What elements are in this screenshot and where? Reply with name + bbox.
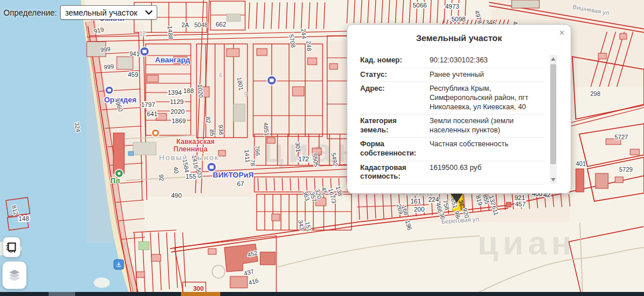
map-label: 5729 <box>619 166 633 173</box>
map-label: 82 <box>205 116 212 124</box>
popup-scrollbar[interactable] <box>550 55 557 184</box>
map-label: 92 <box>158 174 165 182</box>
map-label: 1797 <box>141 101 155 108</box>
popup-row-value: Земли поселений (земли населенных пункто… <box>430 117 544 135</box>
scroll-down-arrow-icon[interactable] <box>551 178 556 182</box>
scroll-up-arrow-icon[interactable] <box>551 57 556 61</box>
map-label: 1488 <box>166 25 175 39</box>
sandbar <box>94 278 110 288</box>
popup-row: Уточненная площадь:830 кв.м <box>360 184 544 187</box>
map-label: 244 <box>300 28 308 39</box>
map-label: 641 <box>147 110 157 117</box>
cafe-poi-icon[interactable] <box>151 129 160 137</box>
definition-label: Определение: <box>3 8 57 17</box>
popup-row-label: Статус: <box>360 71 430 80</box>
popup-row-value: 1619500.63 руб <box>430 164 544 182</box>
map-label: 67 <box>237 180 244 187</box>
cadastral-map-viewer: Эмили91999999994145912АвангардОрхидея496… <box>0 0 644 296</box>
close-icon[interactable]: × <box>559 28 565 38</box>
popup-row-value: 830 кв.м <box>430 187 544 187</box>
map-label: Пленница <box>173 145 208 153</box>
map-label: 4973 <box>445 3 459 10</box>
map-label: 200 <box>414 206 424 213</box>
map-label: 5727 <box>615 134 628 140</box>
map-label: 6 <box>219 72 223 79</box>
bottom-bar-segment-orange <box>181 292 220 296</box>
parcel-info-popup: Земельный участок × Кад. номер:90:12:030… <box>347 24 571 194</box>
popup-row-value: Республика Крым, Симферопольский район, … <box>430 84 544 112</box>
map-label: 1129 <box>170 98 184 105</box>
popup-row-label: Кад. номер: <box>360 56 430 65</box>
map-label: 938 <box>217 124 225 135</box>
bottom-bar-segment <box>49 292 75 296</box>
map-label: 155 <box>186 173 196 180</box>
popup-row: Адрес:Республика Крым, Симферопольский р… <box>360 82 544 114</box>
popup-row-value: Ранее учтенный <box>430 71 544 80</box>
anchor-icon[interactable]: ⚓ <box>114 260 124 269</box>
map-label: 2A <box>182 21 189 28</box>
store-poi-icon[interactable] <box>140 47 149 56</box>
layers-icon <box>6 267 23 283</box>
svg-text:⚓: ⚓ <box>116 261 122 269</box>
map-label: 5048 <box>194 21 208 28</box>
popup-row-label: Кадастровая стоимость: <box>360 164 430 182</box>
map-label: 298 <box>590 90 601 97</box>
ruler-icon <box>6 242 17 253</box>
map-label: 999 <box>100 45 111 53</box>
popup-row-value: Частная собственность <box>430 140 544 158</box>
map-label: 78 <box>249 159 257 166</box>
definition-select[interactable]: земельный участок <box>60 5 157 20</box>
measure-button[interactable] <box>3 237 20 257</box>
map-label: 1394 <box>168 89 182 96</box>
park-poi-icon[interactable] <box>115 169 123 177</box>
map-label: 300 <box>193 285 203 292</box>
popup-row-value: 90:12:030102:363 <box>430 56 544 65</box>
map-label: 1020 <box>197 84 205 98</box>
map-label: 188 <box>183 87 194 94</box>
map-label: 40 <box>172 166 180 174</box>
popup-row: Форма собственности:Частная собственност… <box>360 138 544 161</box>
popup-rows: Кад. номер:90:12:030102:363Статус:Ранее … <box>360 54 544 187</box>
map-label: Пл <box>110 177 120 185</box>
map-label: циан <box>478 224 576 261</box>
store-poi-icon[interactable] <box>267 76 276 85</box>
map-label: 5066 <box>413 2 427 9</box>
map-label: 9 <box>244 91 247 98</box>
map-label: 248 <box>305 40 313 51</box>
store-poi-icon[interactable] <box>105 86 113 94</box>
map-label: Авангард <box>155 56 191 64</box>
popup-title: Земельный участок <box>347 33 571 43</box>
popup-row: Кад. номер:90:12:030102:363 <box>360 54 544 68</box>
map-label: 766 <box>254 145 261 156</box>
map-label: 5098 <box>451 16 465 23</box>
map-label: 148 <box>18 215 29 222</box>
map-label: 161 <box>410 198 421 205</box>
scrollbar-thumb[interactable] <box>550 64 556 164</box>
map-label: 12 <box>139 31 146 37</box>
definition-select-value: земельный участок <box>65 8 137 17</box>
store-poi-icon[interactable] <box>207 162 216 172</box>
popup-row: Категория земель:Земли поселений (земли … <box>360 114 544 138</box>
map-label: 2020 <box>171 108 184 115</box>
map-label: 457 <box>515 201 525 208</box>
definition-toolbar: Определение: земельный участок <box>3 5 157 20</box>
map-label: 1869 <box>172 117 186 124</box>
map-label: 941 <box>129 50 140 57</box>
map-label: 401 <box>576 160 586 167</box>
map-label: 85 <box>209 129 216 136</box>
map-label: 459 <box>128 71 138 78</box>
popup-row-label: Адрес: <box>360 84 430 112</box>
map-label: Кавказская <box>176 138 214 146</box>
layers-button[interactable] <box>2 261 27 289</box>
popup-row: Кадастровая стоимость:1619500.63 руб <box>360 161 544 184</box>
popup-row-label: Уточненная площадь: <box>360 187 430 187</box>
map-label: ВИКТОРиЯ <box>213 171 254 179</box>
popup-row: Статус:Ранее учтенный <box>360 68 544 83</box>
map-label: 999 <box>103 62 114 71</box>
popup-row-label: Форма собственности: <box>360 140 430 158</box>
bottom-bar <box>0 292 644 296</box>
popup-row-label: Категория земель: <box>360 117 430 135</box>
map-label: 490 <box>171 192 182 199</box>
chevron-down-icon <box>145 10 153 15</box>
map-label: 662 <box>216 21 226 28</box>
